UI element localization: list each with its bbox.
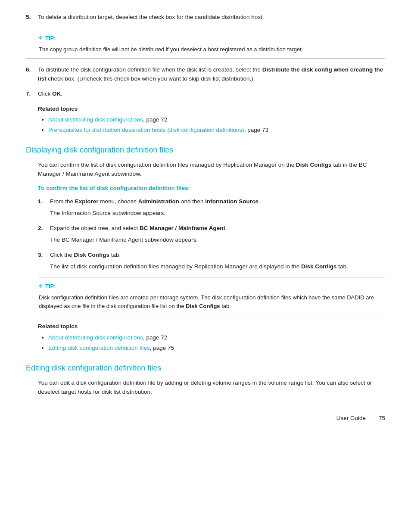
intro-bold: Disk Configs <box>296 162 332 168</box>
d-s3-bold1: Disk Configs <box>74 252 110 258</box>
related-topics-label-displaying: Related topics <box>38 322 385 331</box>
tip-2-bold: Disk Configs <box>186 303 220 309</box>
section-displaying: Displaying disk configuration definition… <box>26 144 385 353</box>
d-s2-after: . <box>225 225 227 231</box>
d-s1-before: From the <box>50 198 75 205</box>
tip-box-1: ✧ TIP: The copy group definition file wi… <box>26 29 385 59</box>
step-5: 5. To delete a distribution target, dese… <box>26 13 385 22</box>
step-7-content: Click OK. <box>38 90 385 99</box>
top-steps-section: 5. To delete a distribution target, dese… <box>26 13 385 135</box>
step-6-content: To distribute the disk configuration def… <box>38 65 385 84</box>
step-7-number: 7. <box>26 90 38 99</box>
d-s1-mid1: menu, choose <box>99 198 138 205</box>
step-6-text-after: check box. (Uncheck this check box when … <box>47 75 253 82</box>
d-s3-before: Click the <box>50 252 74 258</box>
step-6-text-before: To distribute the disk configuration def… <box>38 66 262 73</box>
section-editing-body: You can edit a disk configuration defini… <box>26 379 385 397</box>
section-editing-intro: You can edit a disk configuration defini… <box>38 379 385 397</box>
displaying-step-2: 2. Expand the object tree, and select BC… <box>38 224 385 245</box>
section-displaying-intro: You can confirm the list of disk configu… <box>38 161 385 179</box>
displaying-step-1-content: From the Explorer menu, choose Administr… <box>50 197 385 218</box>
d-s1-subtext: The Information Source subwindow appears… <box>50 209 385 218</box>
related-item-displaying-1: About distributing disk configurations, … <box>48 333 385 342</box>
step-5-number: 5. <box>26 13 38 22</box>
tip-1-label: ✧ TIP: <box>38 34 385 43</box>
page-footer: User Guide 75 <box>26 414 385 423</box>
tip-2-text: Disk configuration definition files are … <box>38 293 385 311</box>
displaying-step-3-content: Click the Disk Configs tab. The list of … <box>50 251 385 271</box>
tip-2-text-after: tab. <box>220 303 231 309</box>
displaying-step-2-content: Expand the object tree, and select BC Ma… <box>50 224 385 245</box>
related-link-displaying-1[interactable]: About distributing disk configurations <box>48 334 143 341</box>
d-s1-bold1: Explorer <box>75 198 99 205</box>
tip-icon-1: ✧ <box>38 34 43 43</box>
d-s3-subtext: The list of disk configuration definitio… <box>50 262 385 271</box>
related-link-top-2[interactable]: Prerequisites for distribution destinati… <box>48 127 244 133</box>
d-s2-before: Expand the object tree, and select <box>50 225 140 231</box>
tip-2-label-text: TIP: <box>45 282 56 291</box>
step-6: 6. To distribute the disk configuration … <box>26 65 385 84</box>
related-list-displaying: About distributing disk configurations, … <box>38 333 385 353</box>
related-topics-top: Related topics About distributing disk c… <box>26 105 385 135</box>
related-topics-label-top: Related topics <box>38 105 385 114</box>
step-7-bold: OK <box>52 90 61 97</box>
section-editing: Editing disk configuration definition fi… <box>26 362 385 397</box>
displaying-step-1-num: 1. <box>38 197 50 206</box>
tip-1-text: The copy group definition file will not … <box>38 45 385 54</box>
step-7-text-before: Click <box>38 90 52 97</box>
d-s1-bold3: Information Source <box>205 198 258 205</box>
section-displaying-body: You can confirm the list of disk configu… <box>26 161 385 353</box>
step-7-text-after: . <box>61 90 62 97</box>
d-s3-after: tab. <box>109 252 121 258</box>
displaying-step-1: 1. From the Explorer menu, choose Admini… <box>38 197 385 218</box>
related-link-displaying-2[interactable]: Editing disk configuration definition fi… <box>48 345 150 351</box>
displaying-step-2-num: 2. <box>38 224 50 233</box>
related-list-top: About distributing disk configurations, … <box>38 115 385 135</box>
displaying-step-3: 3. Click the Disk Configs tab. The list … <box>38 251 385 271</box>
step-7: 7. Click OK. <box>26 90 385 99</box>
section-editing-heading: Editing disk configuration definition fi… <box>26 362 385 374</box>
step-5-text: To delete a distribution target, deselec… <box>38 14 264 20</box>
related-page-top-2: , page 73 <box>244 127 268 133</box>
related-topics-displaying: Related topics About distributing disk c… <box>38 322 385 353</box>
related-item-top-2: Prerequisites for distribution destinati… <box>48 126 385 135</box>
tip-1-label-text: TIP: <box>45 34 56 43</box>
related-page-displaying-1: , page 72 <box>143 334 167 341</box>
intro-text-before: You can confirm the list of disk configu… <box>38 162 296 168</box>
step-5-content: To delete a distribution target, deselec… <box>38 13 385 22</box>
d-s3-sub-bold: Disk Configs <box>301 263 337 270</box>
tip-icon-2: ✧ <box>38 282 43 291</box>
tip-2-label: ✧ TIP: <box>38 282 385 291</box>
related-page-displaying-2: , page 75 <box>150 345 174 351</box>
footer-label: User Guide <box>336 414 366 423</box>
footer-page-number: 75 <box>379 414 385 423</box>
d-s1-after: . <box>258 198 260 205</box>
d-s2-subtext: The BC Manager / Mainframe Agent subwind… <box>50 236 385 245</box>
subsection-heading-displaying: To confirm the list of disk configuratio… <box>38 184 385 193</box>
related-item-displaying-2: Editing disk configuration definition fi… <box>48 344 385 353</box>
d-s2-bold1: BC Manager / Mainframe Agent <box>140 225 225 231</box>
tip-box-2: ✧ TIP: Disk configuration definition fil… <box>38 277 385 315</box>
related-link-top-1[interactable]: About distributing disk configurations <box>48 116 143 123</box>
d-s1-bold2: Administration <box>138 198 179 205</box>
related-item-top-1: About distributing disk configurations, … <box>48 115 385 124</box>
step-6-number: 6. <box>26 65 38 75</box>
related-page-top-1: , page 72 <box>143 116 167 123</box>
section-displaying-heading: Displaying disk configuration definition… <box>26 144 385 156</box>
d-s1-mid2: and then <box>179 198 205 205</box>
displaying-step-3-num: 3. <box>38 251 50 260</box>
